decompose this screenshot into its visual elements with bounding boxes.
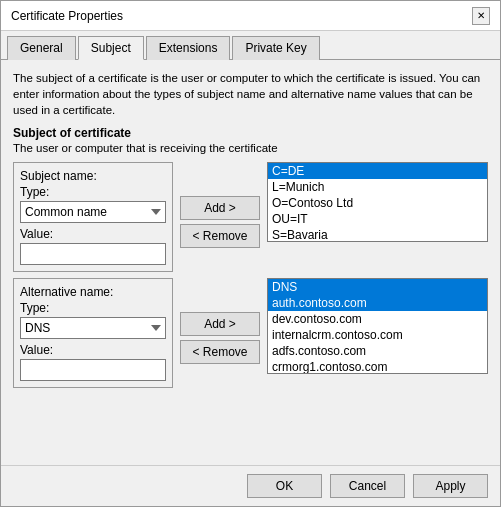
- subject-remove-button[interactable]: < Remove: [180, 224, 260, 248]
- subject-name-row: Subject name: Type: Common name Organiza…: [13, 162, 488, 272]
- alt-type-label: Type:: [20, 301, 166, 315]
- list-item[interactable]: O=Contoso Ltd: [268, 195, 487, 211]
- subject-name-list-container: C=DE L=Munich O=Contoso Ltd OU=IT S=Bava…: [267, 162, 488, 272]
- list-item[interactable]: S=Bavaria: [268, 227, 487, 242]
- subject-value-input[interactable]: [20, 243, 166, 265]
- description-text: The subject of a certificate is the user…: [13, 70, 488, 118]
- alt-name-group-title: Alternative name:: [20, 285, 166, 299]
- subject-buttons: Add > < Remove: [179, 162, 261, 272]
- alternative-name-row: Alternative name: Type: DNS Email UPN IP…: [13, 278, 488, 388]
- tab-private-key[interactable]: Private Key: [232, 36, 319, 60]
- alternative-buttons: Add > < Remove: [179, 278, 261, 388]
- list-item[interactable]: internalcrm.contoso.com: [268, 327, 487, 343]
- subject-name-group: Subject name: Type: Common name Organiza…: [13, 162, 173, 272]
- list-item[interactable]: crmorg1.contoso.com: [268, 359, 487, 374]
- alternative-name-list-container: DNS auth.contoso.com dev.contoso.com int…: [267, 278, 488, 388]
- ok-button[interactable]: OK: [247, 474, 322, 498]
- subject-of-certificate-label: Subject of certificate: [13, 126, 488, 140]
- tab-bar: General Subject Extensions Private Key: [1, 31, 500, 60]
- list-item-dns-header[interactable]: DNS: [268, 279, 487, 295]
- tab-extensions[interactable]: Extensions: [146, 36, 231, 60]
- tab-general[interactable]: General: [7, 36, 76, 60]
- subject-value-label: Value:: [20, 227, 166, 241]
- subject-name-list[interactable]: C=DE L=Munich O=Contoso Ltd OU=IT S=Bava…: [267, 162, 488, 242]
- subject-type-label: Type:: [20, 185, 166, 199]
- dialog-title: Certificate Properties: [11, 9, 123, 23]
- alt-value-label: Value:: [20, 343, 166, 357]
- alt-type-select[interactable]: DNS Email UPN IP Address URL: [20, 317, 166, 339]
- alternative-name-list[interactable]: DNS auth.contoso.com dev.contoso.com int…: [267, 278, 488, 374]
- list-item[interactable]: auth.contoso.com: [268, 295, 487, 311]
- close-button[interactable]: ✕: [472, 7, 490, 25]
- alternative-name-group: Alternative name: Type: DNS Email UPN IP…: [13, 278, 173, 388]
- apply-button[interactable]: Apply: [413, 474, 488, 498]
- cancel-button[interactable]: Cancel: [330, 474, 405, 498]
- subject-type-select[interactable]: Common name Organization Organizational …: [20, 201, 166, 223]
- subject-add-button[interactable]: Add >: [180, 196, 260, 220]
- alt-remove-button[interactable]: < Remove: [180, 340, 260, 364]
- list-item[interactable]: C=DE: [268, 163, 487, 179]
- list-item[interactable]: L=Munich: [268, 179, 487, 195]
- dialog-footer: OK Cancel Apply: [1, 465, 500, 506]
- subject-name-group-title: Subject name:: [20, 169, 166, 183]
- alt-value-input[interactable]: [20, 359, 166, 381]
- alt-add-button[interactable]: Add >: [180, 312, 260, 336]
- certificate-properties-dialog: Certificate Properties ✕ General Subject…: [0, 0, 501, 507]
- dialog-content: The subject of a certificate is the user…: [1, 60, 500, 465]
- title-bar: Certificate Properties ✕: [1, 1, 500, 31]
- tab-subject[interactable]: Subject: [78, 36, 144, 60]
- list-item[interactable]: OU=IT: [268, 211, 487, 227]
- list-item[interactable]: dev.contoso.com: [268, 311, 487, 327]
- subject-sublabel: The user or computer that is receiving t…: [13, 142, 488, 154]
- list-item[interactable]: adfs.contoso.com: [268, 343, 487, 359]
